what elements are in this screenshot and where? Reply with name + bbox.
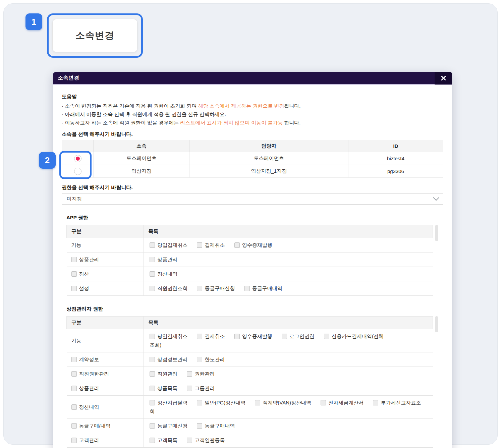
checkbox[interactable] <box>187 371 192 377</box>
perm-row: 설정 직원권한조회 동글구매신청 동글구매내역 <box>67 281 433 296</box>
close-button[interactable] <box>435 72 452 85</box>
perm-category-cell: 기능 <box>67 238 144 253</box>
perm-category-cell: 기능 <box>67 329 144 352</box>
checkbox[interactable] <box>255 400 260 405</box>
checkbox[interactable] <box>187 438 192 443</box>
checkbox[interactable] <box>150 257 155 262</box>
permission-item: 직계약(VAN)정산내역 <box>255 400 311 405</box>
checkbox-label: 일반(PG)정산내역 <box>205 400 245 405</box>
checkbox[interactable] <box>150 400 155 405</box>
radio-selected[interactable] <box>74 155 81 162</box>
permission-item: 영수증재발행 <box>234 242 272 248</box>
category-label: 정산내역 <box>79 404 99 410</box>
checkbox[interactable] <box>71 386 77 391</box>
modal-header: 소속변경 <box>53 72 452 85</box>
checkbox-label: 결제취소 <box>205 242 225 248</box>
checkbox[interactable] <box>324 334 329 339</box>
checkbox[interactable] <box>187 386 192 391</box>
permission-item: 일반(PG)정산내역 <box>197 400 245 405</box>
help-heading: 도움말 <box>62 94 443 100</box>
checkbox[interactable] <box>71 357 77 362</box>
checkbox[interactable] <box>282 334 287 339</box>
checkbox[interactable] <box>150 438 155 443</box>
permission-item: 상품목록 <box>150 385 177 391</box>
close-icon <box>440 75 446 81</box>
change-affiliation-button[interactable]: 소속변경 <box>52 19 137 52</box>
app-permission-title: APP 권한 <box>66 215 439 221</box>
checkbox[interactable] <box>244 286 250 291</box>
perm-header-category: 구분 <box>67 317 144 329</box>
checkbox[interactable] <box>71 404 77 410</box>
perm-category-cell: 직원권한관리 <box>67 367 144 381</box>
perm-row: 정산내역 정산지급달력 일반(PG)정산내역 직계약(VAN)정산내역 전자세금… <box>67 396 433 419</box>
checkbox-label: 그룹관리 <box>194 385 215 391</box>
checkbox[interactable] <box>150 386 155 391</box>
permission-item: 고객목록 <box>150 437 177 443</box>
permission-item: 동글구매내역 <box>197 423 235 429</box>
checkbox[interactable] <box>150 357 155 362</box>
checkbox[interactable] <box>197 334 202 339</box>
help-text-highlight: 해당 소속에서 제공하는 권한으로 변경 <box>198 103 284 109</box>
permission-item: 정산지급달력 <box>150 400 187 405</box>
checkbox[interactable] <box>197 400 202 405</box>
help-text: · 아래에서 이동할 소속 선택 후 직원에게 적용 될 권한을 신규 선택하세… <box>62 111 226 117</box>
checkbox[interactable] <box>71 438 77 443</box>
store-permission-section: 상점관리자 권한 구분 목록 기능 당일결제취소 결제취소 <box>66 306 439 448</box>
checkbox[interactable] <box>150 334 155 339</box>
perm-items-cell: 상품관리 <box>144 253 433 267</box>
help-line-3: · 이동하고자 하는 소속에 직원 권한이 없을 경우에는 리스트에서 표시가 … <box>62 118 443 127</box>
checkbox[interactable] <box>71 257 77 262</box>
checkbox[interactable] <box>150 423 155 429</box>
checkbox[interactable] <box>234 334 240 339</box>
perm-category-cell: 정산 <box>67 267 144 281</box>
permission-dropdown[interactable]: 미지정 <box>62 193 443 205</box>
permission-item: 결제취소 <box>197 242 225 248</box>
checkbox[interactable] <box>150 242 155 248</box>
checkbox[interactable] <box>234 242 240 248</box>
scrollbar-thumb[interactable] <box>435 225 438 241</box>
modal-body: 도움말 · 소속이 변경되는 직원은 기존에 적용 된 권한이 초기화 되며 해… <box>53 85 452 448</box>
checkbox[interactable] <box>373 400 378 405</box>
org-radio-cell <box>62 152 94 165</box>
checkbox-label: 로그인권한 <box>289 333 315 339</box>
permission-item: 로그인권한 <box>282 333 315 339</box>
category-label: 고객관리 <box>79 437 99 443</box>
scrollbar-thumb[interactable] <box>435 316 438 332</box>
perm-header-row: 구분 목록 <box>67 317 433 329</box>
perm-items-cell: 직원권한조회 동글구매신청 동글구매내역 <box>144 281 433 296</box>
checkbox[interactable] <box>197 242 202 248</box>
org-row-tosspayments: 토스페이먼츠 토스페이먼츠 biztest4 <box>62 152 443 165</box>
radio-unselected[interactable] <box>74 168 81 175</box>
checkbox[interactable] <box>197 357 202 362</box>
checkbox[interactable] <box>71 271 77 277</box>
perm-items-cell: 상품목록 그룹관리 <box>144 381 433 396</box>
checkbox[interactable] <box>71 423 77 429</box>
help-text: · 소속이 변경되는 직원은 기존에 적용 된 권한이 초기화 되며 <box>62 103 198 109</box>
checkbox[interactable] <box>71 371 77 377</box>
checkbox[interactable] <box>321 400 326 405</box>
perm-row: 계약정보 상점정보관리 한도관리 <box>67 352 433 367</box>
category-label: 계약정보 <box>79 356 99 362</box>
checkbox[interactable] <box>150 371 155 377</box>
checkbox-label: 영수증재발행 <box>242 242 272 248</box>
checkbox[interactable] <box>197 286 202 291</box>
checkbox[interactable] <box>71 286 77 291</box>
chevron-down-icon <box>433 194 439 201</box>
category-label: 동글구매/내역 <box>79 423 111 429</box>
checkbox[interactable] <box>150 286 155 291</box>
checkbox[interactable] <box>150 271 155 277</box>
perm-header-list: 목록 <box>144 317 433 329</box>
org-table: 소속 담당자 ID 토스페이먼츠 토스페이먼츠 biztest4 역삼지점 역삼… <box>62 140 443 178</box>
category-label: 설정 <box>79 285 89 291</box>
org-header-manager: 담당자 <box>189 140 348 152</box>
checkbox-label: 권한관리 <box>194 371 215 377</box>
permission-item: 상품관리 <box>150 257 177 262</box>
permission-item: 당일결제취소 <box>150 242 187 248</box>
perm-row: 기능 당일결제취소 결제취소 영수증재발행 로그인권한 신용카드결제내역(전체 … <box>67 329 433 352</box>
checkbox[interactable] <box>197 423 202 429</box>
checkbox-label: 영수증재발행 <box>242 333 272 339</box>
org-header-org: 소속 <box>94 140 190 152</box>
perm-category-cell: 계약정보 <box>67 352 144 367</box>
app-permission-table: 구분 목록 기능 당일결제취소 결제취소 영수증재발행 <box>66 225 433 296</box>
perm-row: 직원권한관리 직원관리 권한관리 <box>67 367 433 381</box>
